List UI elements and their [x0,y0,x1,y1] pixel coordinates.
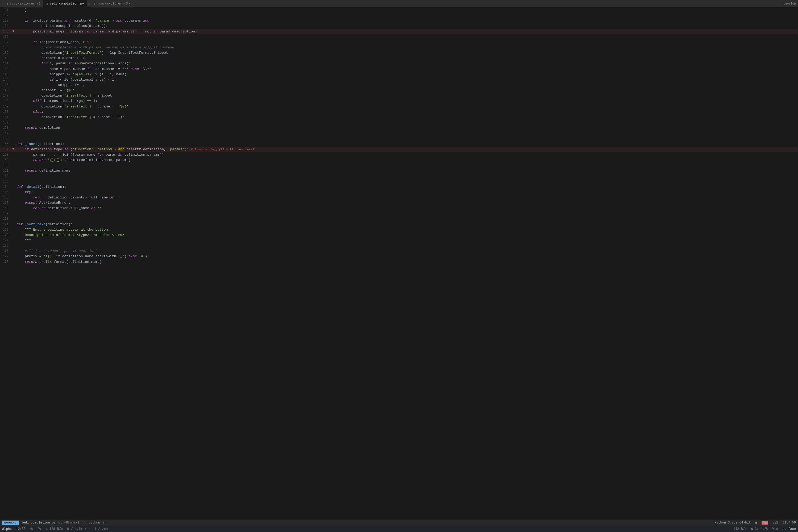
token-plain: d.params [110,30,131,34]
code-line-166: 166 return definition.parent().full_name… [0,195,798,200]
token-plain: prefix = [17,254,43,258]
token-plain [17,78,50,82]
code-line-135: 135● positional_args = [param for param … [0,29,798,34]
token-kw: in [68,61,73,65]
token-highlight-and: and [118,147,124,151]
token-plain: completion[ [17,104,64,109]
status-surface: surface [783,527,796,531]
code-line-150: 150 else: [0,109,798,115]
token-kw: in [106,30,110,34]
token-str: """ [25,238,31,242]
code-line-141: 141 for i, param in enumerate(positional… [0,61,798,66]
token-kw: if [25,147,29,151]
token-str: 'function' [73,147,93,151]
line-content-136 [15,34,798,40]
token-kw: def [17,185,23,189]
token-kw: elif [33,99,41,103]
line-content-133: if (include_params and hasattr(d, 'param… [15,18,798,23]
token-plain: completion[ [17,51,64,55]
status-plugin-icon: ⚓ [103,520,104,525]
tab-label-2: jedi_completion.py [50,2,84,5]
line-content-171: def _sort_text(definition): [15,222,798,227]
token-comment: # If its 'hidden', put it next last [17,249,97,253]
line-number-144: 144 [0,77,11,82]
token-kw: if [87,67,91,71]
token-plain: ] = d.name + [89,115,116,119]
token-kw: except [25,201,37,205]
token-plain: completion [37,126,60,130]
token-kw: and [143,19,149,23]
token-plain: definition.full_name [45,206,91,210]
token-plain: ) [125,254,129,258]
line-number-171: 171 [0,222,11,227]
code-line-147: 147 completion['insertText'] = snippet [0,93,798,98]
code-line-163: 163 [0,179,798,184]
line-number-158: 158 [0,152,11,157]
token-kw: in [118,153,122,157]
status-percent: 88% [773,521,778,525]
code-line-161: 161 return definition.name [0,168,798,173]
tab-1[interactable]: 1 [coc-explorer]-1 [4,0,44,7]
line-content-160 [15,163,798,168]
token-plain [135,30,137,34]
token-str: 'z{}' [43,254,54,258]
line-content-143: snippet += '${%s:%s}' % (i + 1, name) [15,72,798,77]
line-number-159: 159 [0,157,11,163]
code-line-177: 177 prefix = 'z{}' if definition.name.st… [0,254,798,259]
line-content-173: Description is of format <type>: <module… [15,232,798,238]
line-content-162 [15,173,798,179]
token-str: '' [97,206,101,210]
token-kw: if [56,254,60,258]
token-fn: _sort_text [25,222,45,226]
token-num: 1 [112,78,114,82]
token-str: '(' [81,56,87,60]
line-number-162: 162 [0,173,11,179]
token-plain: params = [17,153,52,157]
line-number-166: 166 [0,195,11,200]
status-time: 12:30 [16,527,25,531]
token-plain: name = param.name [17,67,87,71]
token-plain: len(positional_args) == [41,99,93,103]
code-line-167: 167 except AttributeError: [0,200,798,206]
token-plain: .format(definition.name, params) [64,158,131,162]
line-number-143: 143 [0,72,11,77]
tab-bar: ✕ 1 [coc-explorer]-1 2 jedi_completion.p… [0,0,798,7]
token-kw: or [110,195,114,200]
tab-separator: ✕ [87,2,91,6]
token-plain: (definition): [37,142,64,146]
token-str: '()' [116,115,124,119]
code-line-145: 145 snippet += ', ' [0,82,798,88]
token-plain: ] = snippet [89,94,112,98]
token-kw: return [25,169,37,173]
token-str: ', ' [52,153,60,157]
code-line-160: 160 [0,163,798,168]
token-plain: snippet += [17,83,81,87]
tab-2[interactable]: 2 jedi_completion.py [43,0,87,7]
tab-3[interactable]: 3 [coc-explorer]-3 - [91,0,134,7]
status-br1: 142 B/s [733,527,747,531]
line-content-149: completion['insertText'] = d.name + '($0… [15,104,798,109]
token-plain: snippet += [17,72,73,76]
status-filetype: python [89,521,100,525]
token-str: '${%s:%s}' [73,72,93,76]
token-plain: not [143,30,153,34]
token-plain [17,99,33,103]
line-number-157: 157 [0,147,11,152]
token-kw: in [64,147,68,151]
error-indicator: ● [12,29,14,33]
token-kw: return [33,206,45,210]
line-number-167: 167 [0,200,11,206]
token-kw: return [25,126,37,130]
token-str: '/' [122,67,129,71]
line-content-178: return prefix.format(definition.name) [15,259,798,265]
token-str: Description is of format <type>: <module… [25,233,124,237]
code-container[interactable]: 131 }132 133 if (include_params and hasa… [0,7,798,519]
token-plain: param [104,153,118,157]
token-plain: , [93,147,98,151]
line-number-149: 149 [0,104,11,109]
code-line-136: 136 [0,34,798,40]
token-kw: for [97,153,103,157]
line-content-170 [15,216,798,222]
code-line-153: 153 return completion [0,125,798,131]
token-str: ', ' [81,83,89,87]
